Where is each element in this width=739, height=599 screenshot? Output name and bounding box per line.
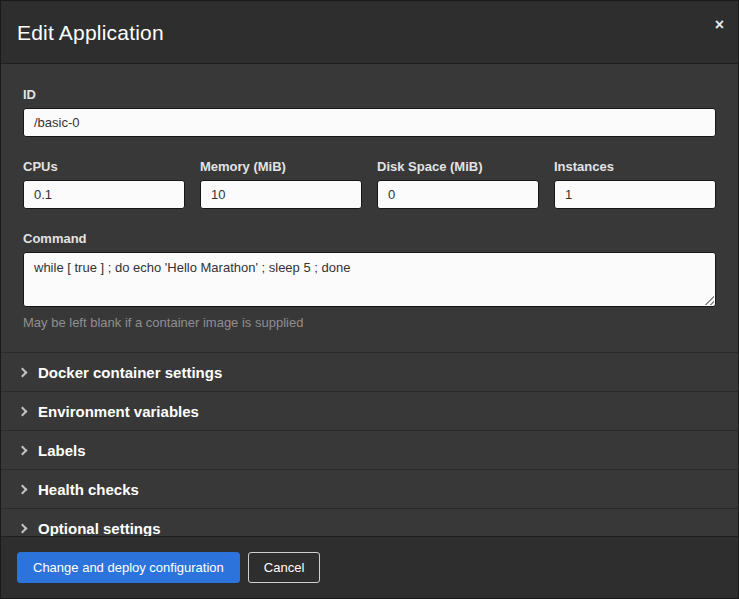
close-icon[interactable]: ×	[715, 17, 724, 33]
chevron-right-icon	[18, 445, 28, 455]
section-label: Optional settings	[38, 520, 161, 537]
chevron-right-icon	[18, 523, 28, 533]
change-and-deploy-button[interactable]: Change and deploy configuration	[17, 552, 240, 583]
section-docker-container-settings[interactable]: Docker container settings	[1, 352, 738, 391]
cpus-input[interactable]	[23, 180, 185, 209]
command-help-text: May be left blank if a container image i…	[23, 315, 716, 330]
disk-input[interactable]	[377, 180, 539, 209]
form-area: ID CPUs Memory (MiB) Disk Space (MiB) In	[1, 87, 738, 330]
chevron-right-icon	[18, 484, 28, 494]
id-input[interactable]	[23, 108, 716, 137]
section-environment-variables[interactable]: Environment variables	[1, 391, 738, 430]
collapsible-sections: Docker container settings Environment va…	[1, 352, 738, 536]
command-field-group: Command while [ true ] ; do echo 'Hello …	[23, 231, 716, 330]
cancel-button[interactable]: Cancel	[248, 552, 320, 583]
chevron-right-icon	[18, 406, 28, 416]
section-optional-settings[interactable]: Optional settings	[1, 508, 738, 536]
instances-field-group: Instances	[554, 159, 716, 209]
modal-body: ID CPUs Memory (MiB) Disk Space (MiB) In	[1, 64, 738, 536]
edit-application-modal: Edit Application × ID CPUs Memory (MiB) …	[0, 0, 739, 599]
instances-input[interactable]	[554, 180, 716, 209]
modal-title: Edit Application	[17, 21, 722, 45]
disk-field-group: Disk Space (MiB)	[377, 159, 539, 209]
section-label: Environment variables	[38, 403, 199, 420]
section-labels[interactable]: Labels	[1, 430, 738, 469]
resource-fields-row: CPUs Memory (MiB) Disk Space (MiB) Insta…	[23, 159, 716, 209]
cpus-label: CPUs	[23, 159, 185, 174]
memory-input[interactable]	[200, 180, 362, 209]
instances-label: Instances	[554, 159, 716, 174]
id-field-group: ID	[23, 87, 716, 137]
command-label: Command	[23, 231, 716, 246]
modal-footer: Change and deploy configuration Cancel	[1, 536, 738, 598]
cpus-field-group: CPUs	[23, 159, 185, 209]
command-textarea[interactable]: while [ true ] ; do echo 'Hello Marathon…	[23, 252, 716, 307]
memory-label: Memory (MiB)	[200, 159, 362, 174]
section-health-checks[interactable]: Health checks	[1, 469, 738, 508]
section-label: Health checks	[38, 481, 139, 498]
chevron-right-icon	[18, 367, 28, 377]
memory-field-group: Memory (MiB)	[200, 159, 362, 209]
section-label: Docker container settings	[38, 364, 222, 381]
id-label: ID	[23, 87, 716, 102]
section-label: Labels	[38, 442, 86, 459]
command-textarea-wrap: while [ true ] ; do echo 'Hello Marathon…	[23, 252, 716, 307]
disk-label: Disk Space (MiB)	[377, 159, 539, 174]
modal-header: Edit Application ×	[1, 1, 738, 64]
